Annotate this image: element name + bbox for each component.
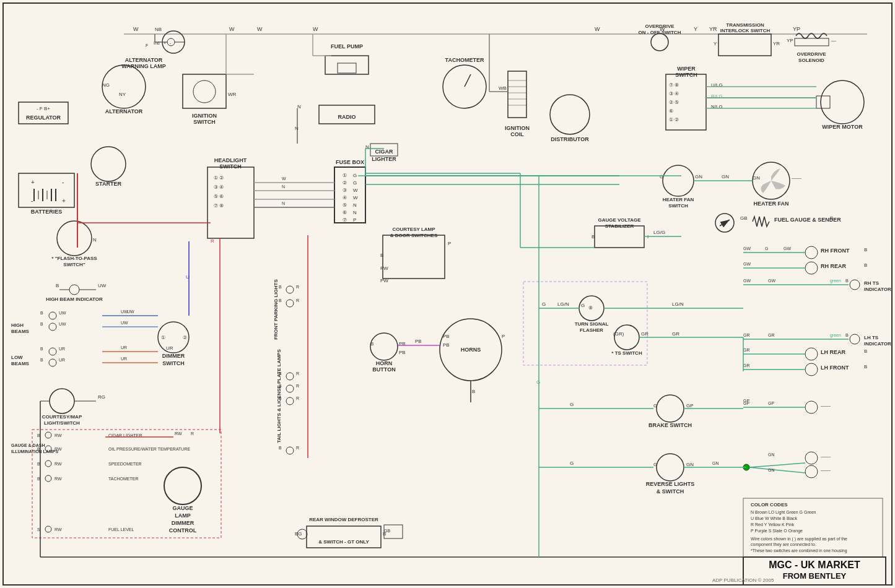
svg-text:⑤: ⑤ — [343, 202, 347, 208]
svg-text:Wire colors shown in ( ) are s: Wire colors shown in ( ) are supplied as… — [751, 537, 847, 542]
svg-text:⑥: ⑥ — [343, 210, 347, 215]
svg-text:REAR WINDOW DEFROSTER: REAR WINDOW DEFROSTER — [309, 517, 378, 522]
svg-text:UW: UW — [98, 283, 107, 288]
svg-text:③: ③ — [343, 188, 347, 193]
svg-text:——: —— — [792, 175, 801, 181]
svg-text:WB: WB — [499, 85, 507, 91]
svg-text:N: N — [282, 184, 285, 189]
svg-text:GAUGE: GAUGE — [172, 505, 193, 511]
svg-text:G: G — [353, 173, 357, 178]
svg-text:PB: PB — [415, 339, 422, 344]
svg-text:LIGHTER: LIGHTER — [372, 156, 396, 162]
svg-text:P: P — [448, 241, 451, 246]
svg-text:BEAMS: BEAMS — [11, 329, 30, 334]
svg-text:YP: YP — [793, 26, 800, 32]
svg-text:—: — — [831, 38, 836, 43]
svg-text:+: + — [31, 179, 35, 186]
svg-text:N: N — [93, 237, 97, 243]
svg-text:R: R — [296, 285, 299, 289]
svg-text:NY: NY — [119, 92, 126, 97]
svg-text:SPEEDOMETER: SPEEDOMETER — [108, 462, 142, 466]
svg-text:②: ② — [343, 180, 347, 186]
svg-text:HEATER FAN: HEATER FAN — [754, 201, 789, 207]
svg-text:③  ④: ③ ④ — [214, 184, 224, 190]
svg-text:STABILIZER: STABILIZER — [605, 223, 634, 229]
svg-text:R: R — [296, 396, 299, 400]
svg-text:B: B — [40, 322, 43, 326]
svg-text:B: B — [279, 384, 282, 388]
svg-text:⑤  ⑥: ⑤ ⑥ — [214, 194, 224, 199]
svg-text:GR: GR — [743, 333, 750, 337]
svg-text:SWITCH": SWITCH" — [63, 262, 85, 267]
svg-text:BUTTON: BUTTON — [372, 366, 395, 373]
svg-text:N: N — [282, 201, 285, 205]
svg-text:N: N — [353, 210, 357, 215]
svg-text:RW: RW — [55, 462, 62, 466]
svg-text:ALTERNATOR: ALTERNATOR — [105, 108, 143, 115]
svg-text:GP: GP — [686, 403, 694, 409]
svg-text:TRANSMISSION: TRANSMISSION — [726, 22, 764, 28]
svg-text:U  Blue     W   White         : U Blue W White B Black — [751, 516, 798, 521]
svg-text:GN: GN — [722, 174, 729, 179]
svg-text:B: B — [56, 283, 59, 288]
svg-text:——: —— — [821, 467, 831, 473]
svg-text:UR: UR — [121, 357, 127, 361]
svg-text:G: G — [353, 180, 357, 186]
svg-text:green: green — [830, 279, 841, 283]
svg-text:B: B — [472, 389, 475, 394]
svg-text:R: R — [296, 446, 299, 450]
svg-text:G: G — [570, 460, 574, 466]
svg-text:LG/N: LG/N — [557, 301, 569, 307]
svg-text:WARNING LAMP: WARNING LAMP — [121, 63, 166, 69]
svg-text:IGNITION: IGNITION — [192, 113, 217, 119]
svg-text:GN: GN — [695, 174, 702, 179]
svg-text:GW: GW — [743, 279, 751, 283]
svg-text:SWITCH: SWITCH — [668, 203, 688, 209]
svg-text:LOW: LOW — [11, 355, 23, 360]
svg-text:Y: Y — [714, 41, 717, 46]
svg-text:GN: GN — [686, 462, 694, 467]
svg-text:B: B — [845, 279, 849, 283]
svg-text:HIGH: HIGH — [11, 322, 24, 328]
svg-text:STARTER: STARTER — [95, 181, 121, 187]
svg-text:B: B — [279, 446, 282, 450]
wiring-diagram: W W W W W W Y YR YP NB F Ind + - ALTERNA… — [0, 0, 895, 588]
svg-text:BG: BG — [295, 531, 302, 537]
svg-text:RH REAR: RH REAR — [821, 263, 847, 269]
svg-text:NG: NG — [102, 82, 110, 88]
svg-text:B: B — [279, 298, 282, 303]
svg-text:R: R — [296, 298, 299, 303]
svg-text:SWITCH: SWITCH — [162, 360, 185, 366]
svg-text:GR: GR — [768, 333, 775, 337]
svg-text:Y: Y — [694, 26, 697, 32]
svg-text:⑥: ⑥ — [669, 108, 673, 114]
svg-text:B: B — [40, 347, 43, 351]
svg-text:RW: RW — [55, 527, 62, 532]
svg-text:& DOOR SWITCHES: & DOOR SWITCHES — [390, 233, 438, 238]
svg-text:OVERDRIVE: OVERDRIVE — [797, 51, 826, 57]
svg-text:SWITCH: SWITCH — [675, 72, 697, 78]
svg-text:①: ① — [161, 335, 165, 340]
svg-text:TURN SIGNAL: TURN SIGNAL — [575, 321, 609, 327]
svg-text:ADP PUBLICATION  © 2005: ADP PUBLICATION © 2005 — [712, 577, 774, 583]
svg-text:U: U — [186, 274, 190, 280]
svg-text:ALTERNATOR: ALTERNATOR — [125, 57, 163, 63]
svg-text:-: - — [62, 179, 64, 186]
svg-text:WIPER: WIPER — [677, 66, 696, 72]
svg-text:N: N — [295, 126, 299, 131]
svg-text:G: G — [653, 403, 657, 409]
svg-text:GW: GW — [743, 262, 751, 266]
svg-text:——: —— — [821, 403, 831, 409]
svg-text:LH TS: LH TS — [864, 335, 879, 340]
svg-text:②: ② — [183, 335, 187, 340]
svg-text:UR: UR — [59, 358, 65, 362]
svg-text:-: - — [31, 197, 33, 204]
svg-text:WR: WR — [228, 92, 237, 97]
svg-text:SWITCH: SWITCH — [193, 119, 216, 125]
svg-text:LG/N: LG/N — [672, 301, 684, 307]
svg-text:W: W — [229, 26, 235, 32]
svg-text:HORNS: HORNS — [461, 347, 481, 353]
svg-text:R  Red      Y   Yellow        : R Red Y Yellow K Pink — [751, 522, 795, 527]
svg-text:⑦: ⑦ — [343, 217, 347, 223]
svg-text:R: R — [296, 384, 299, 388]
